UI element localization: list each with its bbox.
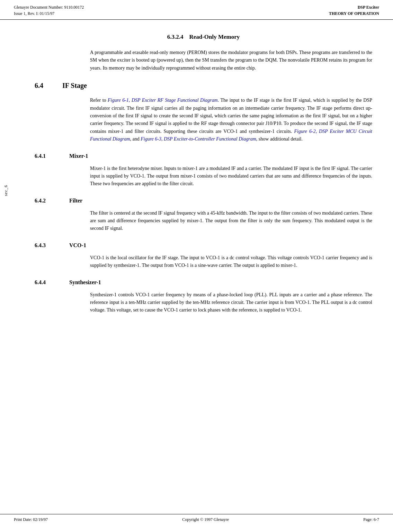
- header-issue: Issue 1, Rev. I: 01/15/97: [14, 10, 84, 17]
- section-643-heading: 6.4.3 VCO-1: [35, 242, 372, 249]
- section-644-block: 6.4.4 Synthesizer-1 Synthesizer-1 contro…: [35, 279, 372, 314]
- section-64-content: Refer to Figure 6-1, DSP Exciter RF Stag…: [90, 97, 372, 143]
- section-643-title: VCO-1: [69, 242, 86, 249]
- section-641-body: Mixer-1 is the first heterodyne mixer. I…: [90, 165, 372, 188]
- section-64-body: Refer to Figure 6-1, DSP Exciter RF Stag…: [90, 97, 372, 143]
- section-6324-title: 6.3.2.4 Read-Only Memory: [167, 34, 240, 40]
- section-64-link3[interactable]: Figure 6-3, DSP Exciter-to-Controller Fu…: [141, 136, 256, 142]
- section-64-text-4: , show additional detail.: [256, 136, 303, 142]
- section-642-number: 6.4.2: [35, 198, 69, 204]
- section-64-text-1: Refer to: [90, 98, 108, 103]
- section-64-link1[interactable]: Figure 6-1, DSP Exciter RF Stage Functio…: [108, 98, 218, 103]
- section-641-block: 6.4.1 Mixer-1 Mixer-1 is the first heter…: [35, 153, 372, 188]
- content-area: 6.3.2.4 Read-Only Memory A programmable …: [0, 20, 393, 334]
- header-product: DSP Exciter: [329, 4, 379, 10]
- section-64-number: 6.4: [35, 82, 62, 90]
- footer-copyright: Copyright © 1997 Glenayre: [182, 517, 229, 522]
- section-644-content: Synthesizer-1 controls VCO-1 carrier fre…: [90, 291, 372, 314]
- section-64-title: IF Stage: [62, 82, 87, 90]
- page-footer: Print Date: 02/19/97 Copyright © 1997 Gl…: [0, 514, 393, 525]
- footer-page-number: Page: 6-7: [363, 517, 379, 522]
- section-641-number: 6.4.1: [35, 153, 69, 159]
- section-64-heading: 6.4 IF Stage: [35, 82, 372, 90]
- section-642-title: Filter: [69, 198, 82, 204]
- section-6324-block: 6.3.2.4 Read-Only Memory A programmable …: [35, 34, 372, 72]
- page-container: Glenayre Document Number: 9110.00172 Iss…: [0, 0, 393, 532]
- section-643-block: 6.4.3 VCO-1 VCO-1 is the local oscillato…: [35, 242, 372, 270]
- section-641-content: Mixer-1 is the first heterodyne mixer. I…: [90, 165, 372, 188]
- section-644-body: Synthesizer-1 controls VCO-1 carrier fre…: [90, 291, 372, 314]
- section-64-text-3: , and: [130, 136, 141, 142]
- section-641-heading: 6.4.1 Mixer-1: [35, 153, 372, 159]
- section-644-number: 6.4.4: [35, 279, 69, 286]
- section-6324-content: A programmable and erasable read-only me…: [90, 49, 372, 72]
- header-section: THEORY OF OPERATION: [329, 10, 379, 17]
- section-64-block: 6.4 IF Stage Refer to Figure 6-1, DSP Ex…: [35, 82, 372, 143]
- footer-print-date: Print Date: 02/19/97: [14, 517, 48, 522]
- section-644-title: Synthesizer-1: [69, 279, 101, 286]
- section-642-heading: 6.4.2 Filter: [35, 198, 372, 204]
- section-6324-heading: 6.3.2.4 Read-Only Memory: [35, 34, 372, 40]
- section-643-body: VCO-1 is the local oscillator for the IF…: [90, 254, 372, 270]
- section-643-content: VCO-1 is the local oscillator for the IF…: [90, 254, 372, 270]
- section-642-content: The filter is centered at the second IF …: [90, 209, 372, 233]
- section-643-number: 6.4.3: [35, 242, 69, 249]
- section-6324-body: A programmable and erasable read-only me…: [90, 49, 372, 72]
- section-642-body: The filter is centered at the second IF …: [90, 209, 372, 233]
- header-doc-number: Glenayre Document Number: 9110.00172: [14, 4, 84, 10]
- section-641-title: Mixer-1: [69, 153, 88, 159]
- page-header: Glenayre Document Number: 9110.00172 Iss…: [0, 0, 393, 20]
- header-left: Glenayre Document Number: 9110.00172 Iss…: [14, 4, 84, 17]
- section-642-block: 6.4.2 Filter The filter is centered at t…: [35, 198, 372, 233]
- header-right: DSP Exciter THEORY OF OPERATION: [329, 4, 379, 17]
- section-644-heading: 6.4.4 Synthesizer-1: [35, 279, 372, 286]
